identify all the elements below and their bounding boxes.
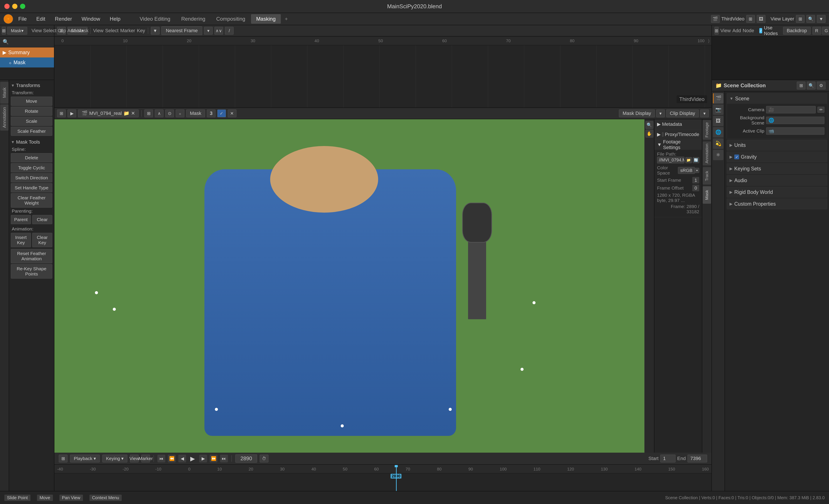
vtab-footage[interactable]: Footage [703, 120, 711, 140]
filepath-value[interactable]: //MVI_0794.MOV [657, 157, 684, 163]
mask-point-6[interactable] [520, 368, 524, 371]
vtab-annotation[interactable]: Annotation [0, 105, 8, 130]
toggle-cyclic-btn[interactable]: Toggle Cyclic [11, 163, 52, 172]
playback-mode-icon[interactable]: ⊞ [59, 455, 68, 462]
filepath-sync-icon[interactable]: 🔄 [693, 157, 699, 163]
menu-help[interactable]: Help [105, 14, 125, 24]
minimize-button[interactable] [12, 4, 17, 9]
props-icon-particles[interactable]: 💫 [713, 139, 723, 149]
playback-view-btn[interactable]: View [130, 455, 139, 462]
tab-add[interactable]: + [281, 14, 291, 24]
mask-point-7[interactable] [533, 301, 536, 304]
menu-edit[interactable]: Edit [32, 14, 50, 24]
playback-mode-btn[interactable]: Playback ▾ [70, 455, 100, 462]
mask-mode-btn[interactable]: Mask ▾ [7, 27, 27, 35]
current-frame-input[interactable]: 2890 [235, 454, 257, 463]
color-space-arrow[interactable]: ▾ [695, 168, 699, 173]
jump-to-start-btn[interactable]: ⏮ [157, 455, 165, 462]
mask-point-5[interactable] [449, 408, 452, 411]
clip-display-arrow[interactable]: ▾ [700, 110, 709, 117]
menu-render[interactable]: Render [50, 14, 76, 24]
clip-mask-x[interactable]: ✕ [228, 110, 237, 117]
outliner-mask[interactable]: ⬦ Mask [0, 57, 54, 68]
clip-icon2[interactable]: ∧ [155, 110, 164, 117]
menu-mask[interactable]: Mask [77, 28, 88, 34]
left-panel-mode-icon[interactable]: ⊞ [2, 27, 6, 35]
bg-scene-value[interactable]: 🌐 [766, 117, 824, 124]
viewer-hand-icon[interactable]: ✋ [646, 130, 653, 138]
start-frame[interactable]: 1 [660, 455, 676, 462]
node-node-menu[interactable]: Node [743, 28, 754, 34]
gravity-checkbox[interactable]: ✓ [734, 155, 739, 159]
prev-keyframe-btn[interactable]: ⏪ [168, 455, 176, 462]
outliner-summary[interactable]: ▶ Summary [0, 47, 54, 57]
backdrop-btn[interactable]: Backdrop [783, 27, 811, 35]
use-nodes-check[interactable]: ✓ [759, 28, 762, 33]
custom-props-header[interactable]: ▶ Custom Properties [727, 199, 827, 209]
delete-btn[interactable]: Delete [11, 153, 52, 162]
menu-clip[interactable]: Clip [58, 28, 66, 34]
filepath-folder-icon[interactable]: 📁 [685, 157, 692, 163]
clip-mask-num[interactable]: 3 [207, 110, 216, 117]
camera-pick-btn[interactable]: ✏ [818, 107, 824, 113]
top-icon1[interactable]: ▾ [204, 27, 213, 35]
prev-frame-btn[interactable]: ◀ [178, 455, 186, 462]
clip-mask-icon[interactable]: ⬦ [176, 110, 184, 117]
units-header[interactable]: ▶ Units [727, 140, 827, 150]
insert-key-btn[interactable]: Insert Key [11, 233, 31, 247]
topbar-icon-4[interactable]: ⊞ [796, 15, 805, 23]
menu-window[interactable]: Window [77, 14, 105, 24]
clear-parent-btn[interactable]: Clear [32, 215, 52, 224]
menu-file[interactable]: File [14, 14, 31, 24]
gravity-header[interactable]: ▶ ✓ Gravity [727, 152, 827, 162]
move-btn[interactable]: Move [11, 96, 52, 106]
scene-header[interactable]: ▼ Scene [727, 93, 827, 104]
top-marker-menu[interactable]: Marker [120, 28, 135, 34]
end-frame[interactable]: 7396 [687, 455, 707, 462]
next-frame-btn[interactable]: ▶ [199, 455, 207, 462]
frame-offset-input[interactable]: 0 [692, 185, 699, 191]
props-icon-scene[interactable]: 🎬 [713, 93, 723, 104]
scale-btn[interactable]: Scale [11, 117, 52, 126]
clear-key-btn[interactable]: Clear Key [32, 233, 52, 247]
play-btn[interactable]: ▶ [189, 455, 196, 462]
tab-rendering[interactable]: Rendering [176, 14, 211, 24]
maximize-button[interactable] [20, 4, 25, 9]
top-view-menu[interactable]: View [93, 28, 103, 34]
scale-feather-btn[interactable]: Scale Feather [11, 127, 52, 136]
footage-header[interactable]: ▼ Footage Settings [654, 140, 702, 150]
top-icon3[interactable]: / [225, 27, 233, 35]
props-search-icon[interactable]: 🔍 [807, 82, 816, 89]
top-timeline-area[interactable]: ThirdVideo [55, 45, 712, 108]
node-icon-g[interactable]: G [822, 27, 829, 35]
keying-sets-header[interactable]: ▶ Keying Sets [727, 163, 827, 174]
node-editor-area[interactable] [712, 37, 829, 80]
clear-feather-weight-btn[interactable]: Clear Feather Weight [11, 193, 52, 207]
vtab-track[interactable]: Track [703, 167, 711, 185]
props-filter-icon[interactable]: ⊞ [797, 82, 805, 89]
nearest-frame-btn[interactable]: Nearest Frame [161, 26, 203, 35]
rekey-shape-pts-btn[interactable]: Re-Key Shape Points [11, 264, 52, 278]
keying-btn[interactable]: Keying ▾ [102, 455, 128, 462]
viewer-zoom-icon[interactable]: 🔍 [646, 121, 653, 129]
mask-point-3[interactable] [215, 408, 218, 411]
menu-view[interactable]: View [32, 28, 42, 34]
props-icon-physics[interactable]: ⚛ [713, 150, 723, 160]
set-handle-type-btn[interactable]: Set Handle Type [11, 183, 52, 192]
vtab-mask2[interactable]: Mask [703, 186, 711, 204]
reset-feather-anim-btn[interactable]: Reset Feather Animation [11, 249, 52, 263]
tab-video-editing[interactable]: Video Editing [134, 14, 176, 24]
props-icon-output[interactable]: 🖼 [713, 116, 723, 126]
mask-display-btn[interactable]: Mask Display [619, 110, 655, 117]
topbar-icon-2[interactable]: ⊞ [746, 15, 755, 23]
node-icon[interactable]: ⊞ [715, 27, 719, 35]
tab-compositing[interactable]: Compositing [211, 14, 250, 24]
top-icon2[interactable]: ∧∨ [214, 27, 223, 35]
props-icon-render[interactable]: 📷 [713, 105, 723, 115]
node-view-menu[interactable]: View [720, 28, 731, 34]
vtab-annot[interactable]: Annotation [703, 142, 711, 165]
color-space-select[interactable]: sRGB [678, 167, 695, 174]
topbar-icon-1[interactable]: 🎬 [711, 15, 720, 23]
menu-add[interactable]: Add [67, 28, 76, 34]
audio-header[interactable]: ▶ Audio [727, 175, 827, 186]
